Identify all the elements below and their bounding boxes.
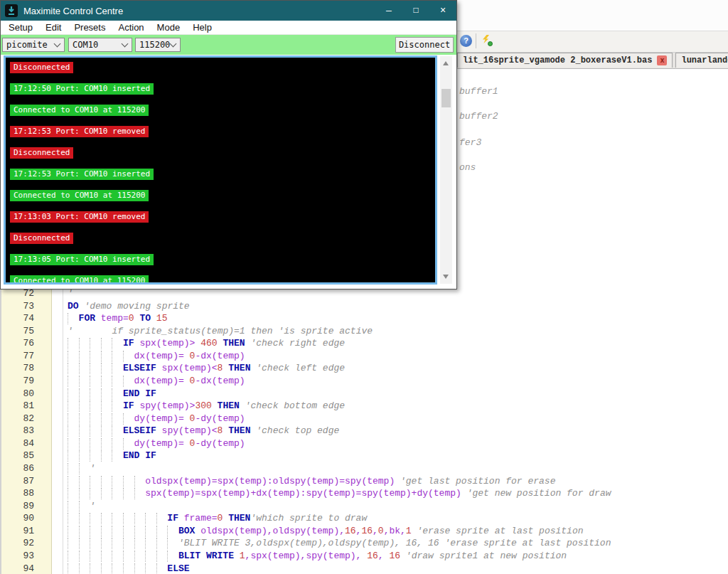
code-line[interactable]: 94ELSE <box>0 563 728 574</box>
indent-guide <box>90 376 101 387</box>
port-select[interactable]: COM10 <box>68 38 132 52</box>
indent-guide <box>68 376 79 387</box>
indent-guide <box>101 425 112 437</box>
indent-guide <box>101 400 112 412</box>
code-text: END IF <box>68 450 156 462</box>
code-line[interactable]: 75' if sprite_status(temp)=1 then 'is sp… <box>0 326 728 339</box>
indent-guide <box>112 413 123 425</box>
indent-guide <box>112 400 123 412</box>
tab-close-icon[interactable]: x <box>657 55 667 65</box>
menu-edit[interactable]: Edit <box>39 22 68 33</box>
code-text: ' if sprite_status(temp)=1 then 'is spri… <box>68 326 373 336</box>
code-line[interactable]: 79dx(temp)= 0-dx(temp) <box>0 376 728 388</box>
indent-guide <box>68 413 79 425</box>
help-icon[interactable]: ? <box>460 35 472 47</box>
code-line[interactable]: 91BOX oldspx(temp),oldspy(temp),16,16,0,… <box>0 526 728 538</box>
indent-guide <box>101 438 112 450</box>
status-badge: 17:12:53 Port: COM10 inserted <box>10 169 154 180</box>
code-line[interactable]: 92'BLIT WRITE 3,oldspx(temp),oldspy(temp… <box>0 538 728 551</box>
line-number: 88 <box>0 488 34 499</box>
indent-guide <box>79 351 90 362</box>
code-line[interactable]: 74FOR temp=0 TO 15 <box>0 313 728 326</box>
indent-guide <box>112 538 123 549</box>
title-bar[interactable]: Maximite Control Centre – □ × <box>1 1 456 21</box>
tab-strip: lit_16sprite_vgamode 2_boxeraseV1.basxlu… <box>457 53 728 68</box>
menu-bar: Setup Edit Presets Action Mode Help <box>1 21 456 35</box>
code-text: dx(temp)= 0-dx(temp) <box>68 351 245 362</box>
device-select[interactable]: picomite <box>2 38 65 52</box>
scroll-up-button[interactable] <box>440 58 452 69</box>
minimize-button[interactable]: – <box>375 1 402 21</box>
code-line[interactable]: 89' <box>0 501 728 514</box>
indent-guide <box>123 413 134 425</box>
line-number: 92 <box>0 538 34 548</box>
indent-guide <box>123 488 134 499</box>
menu-mode[interactable]: Mode <box>151 22 187 33</box>
indent-guide <box>123 563 134 574</box>
line-number: 74 <box>0 313 34 324</box>
status-badge: 17:13:05 Port: COM10 inserted <box>10 254 154 265</box>
menu-presets[interactable]: Presets <box>68 22 112 33</box>
code-line[interactable]: 87oldspx(temp)=spx(temp):oldspy(temp)=sp… <box>0 476 728 489</box>
code-line[interactable]: 82dy(temp)= 0-dy(temp) <box>0 413 728 426</box>
indent-guide <box>112 351 123 362</box>
code-text: dy(temp)= 0-dy(temp) <box>68 413 245 425</box>
app-icon <box>5 4 18 17</box>
code-line[interactable]: 72' <box>0 288 728 301</box>
code-line[interactable]: 73DO 'demo moving sprite <box>0 301 728 314</box>
indent-guide <box>101 488 112 499</box>
code-line[interactable]: 81IF spy(temp)>300 THEN 'check bottom ed… <box>0 400 728 413</box>
indent-guide <box>112 363 123 374</box>
baud-select[interactable]: 115200 <box>135 38 181 52</box>
tab-active-file[interactable]: lit_16sprite_vgamode 2_boxeraseV1.basx <box>457 53 673 68</box>
code-text: FOR temp=0 TO 15 <box>68 313 167 324</box>
indent-guide <box>68 563 79 574</box>
line-number: 80 <box>0 388 34 399</box>
indent-guide <box>123 551 134 562</box>
code-line[interactable]: 77dx(temp)= 0-dx(temp) <box>0 351 728 363</box>
indent-guide <box>145 526 156 537</box>
status-badge: Connected to COM10 at 115200 <box>10 275 149 285</box>
code-line[interactable]: 76IF spx(temp)> 460 THEN 'check right ed… <box>0 338 728 351</box>
code-line[interactable]: 78ELSEIF spx(temp)<8 THEN 'check left ed… <box>0 363 728 376</box>
code-line[interactable]: 85END IF <box>0 450 728 463</box>
code-text: IF frame=0 THEN'which sprite to draw <box>68 513 367 524</box>
disconnect-button[interactable]: Disconnect <box>395 37 454 53</box>
menu-help[interactable]: Help <box>186 22 218 33</box>
line-number: 75 <box>0 326 34 336</box>
code-line[interactable]: 84dy(temp)= 0-dy(temp) <box>0 438 728 451</box>
device-select-value: picomite <box>6 40 48 50</box>
indent-guide <box>68 400 79 412</box>
indent-guide <box>79 463 90 474</box>
code-text: END IF <box>68 388 156 400</box>
indent-guide <box>112 526 123 537</box>
build-run-icon[interactable] <box>481 35 493 46</box>
tab-inactive-file[interactable]: lunarlander15v2vga. <box>675 53 728 68</box>
code-line[interactable]: 83ELSEIF spy(temp)<8 THEN 'check top edg… <box>0 425 728 438</box>
indent-guide <box>101 476 112 487</box>
line-number: 89 <box>0 501 34 511</box>
code-line[interactable]: 86' <box>0 463 728 476</box>
code-text: DO 'demo moving sprite <box>68 301 190 312</box>
maximize-button[interactable]: □ <box>402 1 429 21</box>
indent-guide <box>145 551 156 562</box>
code-line[interactable]: 93BLIT WRITE 1,spx(temp),spy(temp), 16, … <box>0 551 728 563</box>
menu-action[interactable]: Action <box>112 22 150 33</box>
terminal-zone: Disconnected17:12:50 Port: COM10 inserte… <box>1 55 456 288</box>
code-line[interactable]: 88spx(temp)=spx(temp)+dx(temp):spy(temp)… <box>0 488 728 501</box>
line-number: 78 <box>0 363 34 373</box>
close-button[interactable]: × <box>429 1 456 21</box>
indent-guide <box>79 425 90 437</box>
indent-guide <box>90 363 101 374</box>
code-text: ELSEIF spy(temp)<8 THEN 'check top edge <box>68 425 339 437</box>
indent-guide <box>79 526 90 537</box>
indent-guide <box>167 551 178 562</box>
indent-guide <box>112 476 123 487</box>
code-line[interactable]: 80END IF <box>0 388 728 401</box>
code-line[interactable]: 90IF frame=0 THEN'which sprite to draw <box>0 513 728 526</box>
chevron-down-icon <box>54 41 61 48</box>
scroll-down-button[interactable] <box>440 271 452 282</box>
menu-setup[interactable]: Setup <box>2 22 39 33</box>
scrollbar-thumb[interactable] <box>441 89 451 107</box>
status-badge: 17:12:50 Port: COM10 inserted <box>10 83 154 95</box>
